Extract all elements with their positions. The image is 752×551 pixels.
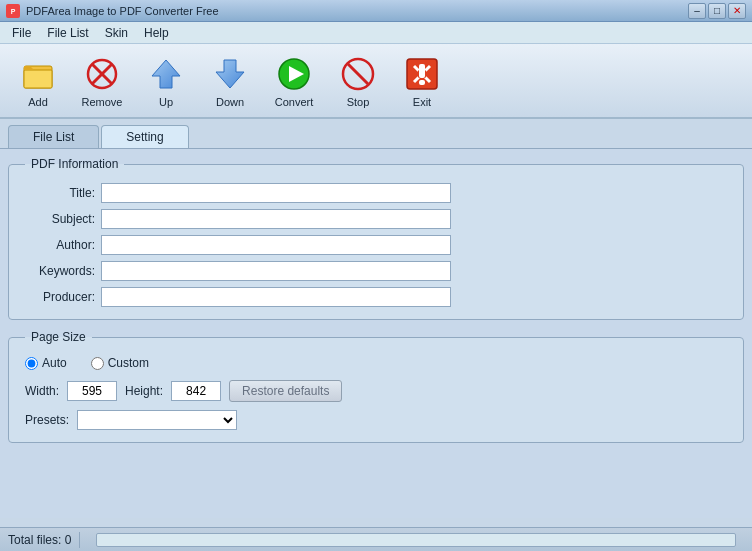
title-bar: P PDFArea Image to PDF Converter Free – … [0, 0, 752, 22]
menu-bar: File File List Skin Help [0, 22, 752, 44]
restore-button[interactable]: □ [708, 3, 726, 19]
remove-label: Remove [82, 96, 123, 108]
producer-row: Producer: [25, 287, 727, 307]
restore-defaults-button[interactable]: Restore defaults [229, 380, 342, 402]
status-text: Total files: 0 [8, 533, 71, 547]
subject-row: Subject: [25, 209, 727, 229]
add-button[interactable]: Add [8, 48, 68, 113]
stop-icon [338, 54, 378, 94]
svg-line-13 [348, 64, 368, 84]
remove-button[interactable]: Remove [72, 48, 132, 113]
down-icon [210, 54, 250, 94]
convert-label: Convert [275, 96, 314, 108]
remove-icon [82, 54, 122, 94]
exit-icon [402, 54, 442, 94]
radio-auto-option[interactable]: Auto [25, 356, 67, 370]
svg-marker-9 [216, 60, 244, 88]
page-size-legend: Page Size [25, 330, 92, 344]
subject-label: Subject: [25, 212, 95, 226]
radio-auto-label: Auto [42, 356, 67, 370]
author-row: Author: [25, 235, 727, 255]
page-size-radio-group: Auto Custom [25, 356, 727, 370]
radio-custom-label: Custom [108, 356, 149, 370]
svg-marker-8 [152, 60, 180, 88]
title-row: Title: [25, 183, 727, 203]
toolbar: Add Remove [0, 44, 752, 119]
width-label: Width: [25, 384, 59, 398]
exit-button[interactable]: Exit [392, 48, 452, 113]
page-size-group: Page Size Auto Custom Width: Height: Res… [8, 330, 744, 443]
height-input[interactable] [171, 381, 221, 401]
presets-select[interactable] [77, 410, 237, 430]
convert-button[interactable]: Convert [264, 48, 324, 113]
radio-custom[interactable] [91, 357, 104, 370]
app-icon: P [6, 4, 20, 18]
progress-bar [96, 533, 736, 547]
menu-skin[interactable]: Skin [97, 24, 136, 42]
minimize-button[interactable]: – [688, 3, 706, 19]
author-label: Author: [25, 238, 95, 252]
subject-input[interactable] [101, 209, 451, 229]
tab-setting[interactable]: Setting [101, 125, 188, 148]
height-label: Height: [125, 384, 163, 398]
pdf-info-group: PDF Information Title: Subject: Author: … [8, 157, 744, 320]
keywords-row: Keywords: [25, 261, 727, 281]
down-button[interactable]: Down [200, 48, 260, 113]
svg-rect-3 [24, 70, 52, 88]
menu-help[interactable]: Help [136, 24, 177, 42]
close-button[interactable]: ✕ [728, 3, 746, 19]
exit-label: Exit [413, 96, 431, 108]
radio-auto[interactable] [25, 357, 38, 370]
keywords-input[interactable] [101, 261, 451, 281]
svg-rect-19 [419, 80, 425, 85]
add-label: Add [28, 96, 48, 108]
width-input[interactable] [67, 381, 117, 401]
status-separator [79, 532, 80, 548]
presets-row: Presets: [25, 410, 727, 430]
radio-custom-option[interactable]: Custom [91, 356, 149, 370]
keywords-label: Keywords: [25, 264, 95, 278]
title-input[interactable] [101, 183, 451, 203]
down-label: Down [216, 96, 244, 108]
up-icon [146, 54, 186, 94]
menu-file-list[interactable]: File List [39, 24, 96, 42]
tabs-container: File List Setting [0, 119, 752, 148]
tab-file-list[interactable]: File List [8, 125, 99, 148]
main-content: PDF Information Title: Subject: Author: … [0, 148, 752, 518]
menu-file[interactable]: File [4, 24, 39, 42]
stop-button[interactable]: Stop [328, 48, 388, 113]
window-title: PDFArea Image to PDF Converter Free [26, 5, 686, 17]
svg-rect-18 [419, 64, 425, 78]
convert-icon [274, 54, 314, 94]
status-bar: Total files: 0 [0, 527, 752, 551]
stop-label: Stop [347, 96, 370, 108]
presets-label: Presets: [25, 413, 69, 427]
up-label: Up [159, 96, 173, 108]
producer-label: Producer: [25, 290, 95, 304]
add-icon [18, 54, 58, 94]
up-button[interactable]: Up [136, 48, 196, 113]
author-input[interactable] [101, 235, 451, 255]
svg-text:P: P [11, 8, 16, 15]
size-row: Width: Height: Restore defaults [25, 380, 727, 402]
title-label: Title: [25, 186, 95, 200]
producer-input[interactable] [101, 287, 451, 307]
pdf-info-legend: PDF Information [25, 157, 124, 171]
